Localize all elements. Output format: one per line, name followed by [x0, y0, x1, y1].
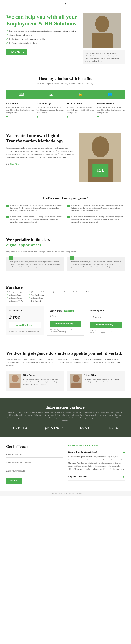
- hosting-card-3-arrow[interactable]: ▾: [97, 115, 125, 119]
- hosting-card-3-text: Sample text. Click to select the text bo…: [97, 106, 125, 114]
- feature-subdomain: Free Sub Domain: [28, 294, 44, 296]
- contact-name-input[interactable]: [6, 452, 63, 458]
- hosting-section: Hosting solution with benefits With a lo…: [0, 70, 131, 126]
- yearly-plan-price-unit: /month: [52, 315, 59, 317]
- feature-https: Unlimited HTTPS: [6, 300, 23, 302]
- faq-item-0: Quisque fringilla sit amet dolor? ▶ Answ…: [68, 448, 125, 473]
- contact-section: Get In Touch Submit Phasellus sed effici…: [0, 437, 131, 490]
- yearly-plan-note1: Billed $108 per website annually.: [50, 329, 82, 331]
- read-more-button[interactable]: READ MORE: [6, 49, 28, 55]
- hosting-card-2-arrow[interactable]: ▾: [67, 115, 95, 119]
- feature-forms: Unlimited Forms: [6, 297, 23, 299]
- dwelling-section: We dwelling elegance do shutters appetit…: [0, 344, 131, 398]
- hero-left: We can help you with all your Employment…: [6, 14, 83, 64]
- hosting-title: Hosting solution with benefits: [6, 76, 125, 81]
- progress-square-2: [6, 216, 8, 218]
- team-card-0: Nina Scavo Duis aute irure dolor in repr…: [6, 371, 64, 391]
- feature-pages: Unlimited Pages: [6, 294, 23, 296]
- yearly-plan-button[interactable]: Proceed Annually →: [50, 321, 82, 327]
- hero-bullet-1: Increased transparency, efficient commun…: [6, 30, 80, 32]
- monthly-plan-price-amount: $12: [90, 316, 94, 318]
- hosting-card-0-arrow[interactable]: ▾: [6, 115, 34, 119]
- purchase-section: Purchase Start using static app as a hos…: [0, 278, 131, 344]
- faq-header-1[interactable]: Aliquam at orci side? ▶: [68, 475, 125, 478]
- team-cards: Nina Scavo Duis aute irure dolor in repr…: [6, 371, 125, 391]
- appearances-card-0: 1 Lorem ipsum dolor sit amet, consectetu…: [6, 258, 64, 271]
- logo-binance: ◈BINANCE: [44, 426, 63, 430]
- domain-icon: 🌐: [108, 92, 112, 96]
- hero-bullet-3: Reduction of cost and assurance of quali…: [6, 38, 80, 40]
- logos-container: CROLLA ◈BINANCE EVGA TESLA: [6, 426, 125, 430]
- team-card-1: Linda Kim Duis aute irure dolor in repre…: [67, 371, 125, 391]
- chat-now-button[interactable]: Chat Now: [6, 163, 20, 166]
- faq-arrow-0: ▶: [123, 450, 125, 454]
- monthly-plan-price: $12/month: [90, 314, 122, 319]
- yearly-plan-price: $9/month: [50, 312, 82, 318]
- logo-crolla: CROLLA: [13, 426, 28, 430]
- hamburger-icon[interactable]: ≡: [64, 2, 66, 6]
- team-avatar-1: [70, 374, 82, 388]
- digital-right: 15k: [80, 133, 125, 182]
- hero-quote: Comfort produce husband boy her had hear…: [83, 50, 125, 64]
- contact-email-input[interactable]: [6, 460, 63, 466]
- faq-answer-0: Answer: Lorem ipsum dolor sit amet, cons…: [68, 455, 125, 470]
- svg-point-10: [73, 374, 80, 382]
- monthly-plan: Monthly Plan $12/month Proceed Monthly →…: [87, 306, 125, 337]
- appearances-card-0-text: Lorem ipsum dolor sit amet, consectetur …: [9, 260, 61, 268]
- contact-message-input[interactable]: [6, 468, 63, 474]
- hero-title-line2: Employment & HR Solutions: [6, 20, 76, 26]
- contact-submit-button[interactable]: Submit: [6, 478, 22, 484]
- footer: Sample text. Click to select the Text El…: [0, 490, 131, 496]
- code-editor-icon: ⌨: [19, 92, 24, 96]
- progress-text-0: Comfort produce husband boy her had hear…: [10, 204, 64, 212]
- monthly-plan-note2: Total is $144 per year.: [90, 332, 122, 334]
- yearly-plan-badge: POPULAR: [64, 310, 74, 312]
- starter-plan-name: Starter Plan: [9, 309, 41, 312]
- partners-section: Information partners Paragraph. Lorem ip…: [0, 398, 131, 437]
- faq-header-0[interactable]: Quisque fringilla sit amet dolor? ▶: [68, 450, 125, 454]
- appearances-card-1: 2 Ut enim ad minim veniam, quis nostrud …: [67, 258, 125, 271]
- hero-title-line1: We can help you with all your: [6, 14, 77, 20]
- progress-item-0: Comfort produce husband boy her had hear…: [6, 204, 64, 212]
- partners-text: Paragraph. Lorem ipsum dolor sit amet, c…: [6, 411, 125, 422]
- hosting-card-3: Personal Domain Sample text. Click to se…: [97, 102, 125, 119]
- appearances-text: Sample text. Click to select the text bo…: [6, 250, 125, 253]
- team-desc-1: Duis aute irure dolor in reprehenderit i…: [84, 378, 122, 383]
- feature-data: Unlimited Data: [28, 297, 44, 299]
- digital-left: We created our own Digital Transformatio…: [6, 133, 76, 182]
- svg-rect-2: [92, 33, 113, 48]
- digital-section: We created our own Digital Transformatio…: [0, 126, 131, 189]
- svg-point-7: [12, 374, 18, 382]
- progress-square-1: [67, 204, 70, 207]
- logo-tesla: TESLA: [107, 426, 118, 430]
- hosting-card-1-arrow[interactable]: ▾: [36, 115, 64, 119]
- hero-bullet-4: Regular monitoring of activities.: [6, 42, 80, 44]
- monthly-plan-button[interactable]: Proceed Monthly →: [90, 322, 122, 328]
- faq-question-1: Aliquam at orci side?: [68, 475, 87, 478]
- svg-point-4: [92, 136, 109, 157]
- hero-title: We can help you with all your Employment…: [6, 14, 80, 27]
- starter-plan: Starter Plan Free Upload For Free → The …: [6, 306, 44, 335]
- progress-text-2: Comfort produce husband boy her had hear…: [10, 215, 64, 223]
- faq-item-1: Aliquam at orci side? ▶: [68, 473, 125, 480]
- appearances-title: We specialize in timeless: [6, 237, 125, 242]
- svg-rect-8: [10, 383, 20, 388]
- hero-bullet-2: Timely delivery of service.: [6, 34, 80, 36]
- digital-image: 15k: [80, 133, 122, 182]
- contact-left: Get In Touch Submit: [6, 444, 63, 484]
- feature-support: 24/7 Support: [28, 300, 44, 302]
- starter-plan-button[interactable]: Upload For Free →: [9, 322, 41, 328]
- plans-container: Starter Plan Free Upload For Free → The …: [6, 306, 125, 337]
- purchase-col-1: Unlimited Pages Unlimited Forms Unlimite…: [6, 294, 23, 302]
- starter-plan-price: Free: [9, 314, 41, 320]
- navbar: ≡: [0, 0, 131, 8]
- progress-item-2: Comfort produce husband boy her had hear…: [6, 215, 64, 223]
- digital-title: We created our own Digital Transformatio…: [6, 133, 76, 144]
- hosting-card-1-text: Sample text. Click to select the text bo…: [36, 106, 64, 114]
- monthly-plan-price-unit: /month: [94, 316, 101, 318]
- team-desc-0: Duis aute irure dolor in reprehenderit i…: [23, 378, 61, 386]
- hosting-card-2: SSL Certificate Sample text. Click to se…: [67, 102, 95, 119]
- progress-grid: Comfort produce husband boy her had hear…: [6, 204, 125, 223]
- media-storage-icon: ☁: [49, 92, 53, 96]
- hosting-green-bar: ⌨ ☁ 🔒 🌐: [6, 90, 125, 99]
